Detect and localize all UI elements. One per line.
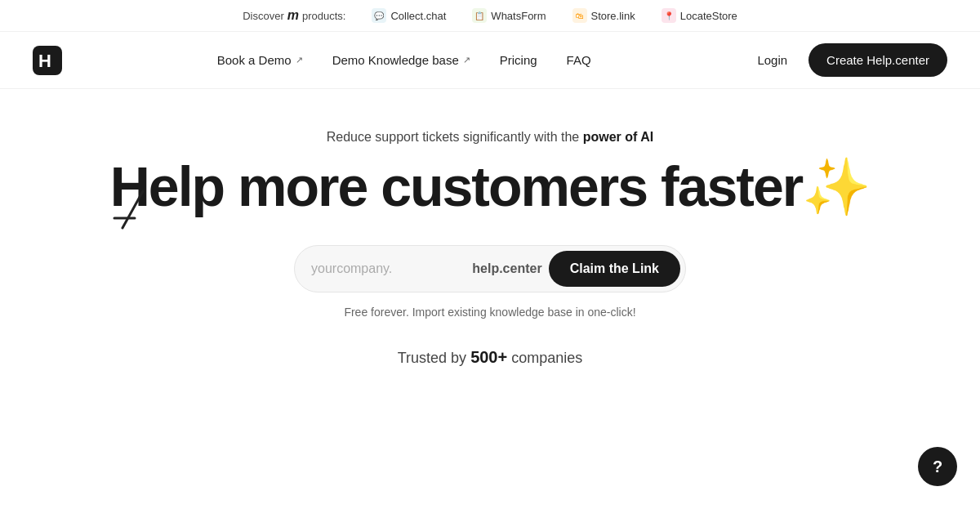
nav-book-demo[interactable]: Book a Demo ↗ bbox=[206, 47, 314, 74]
faq-label: FAQ bbox=[567, 53, 591, 67]
storelink-label: Store.link bbox=[591, 10, 635, 22]
product-whatsform[interactable]: 📋 WhatsForm bbox=[472, 8, 546, 23]
product-locatestore[interactable]: 📍 LocateStore bbox=[662, 8, 737, 23]
hero-subtitle-bold: power of AI bbox=[583, 130, 654, 144]
m-logo: m bbox=[287, 8, 299, 23]
decorative-lines bbox=[106, 187, 155, 236]
hero-note: Free forever. Import existing knowledge … bbox=[344, 306, 635, 319]
locatestore-icon: 📍 bbox=[662, 8, 676, 23]
login-link[interactable]: Login bbox=[746, 47, 799, 74]
trusted-suffix: companies bbox=[511, 350, 582, 366]
trusted-count: 500+ bbox=[470, 348, 507, 366]
nav-faq[interactable]: FAQ bbox=[555, 47, 603, 74]
pricing-label: Pricing bbox=[500, 53, 537, 67]
sparkle-icon: ✨ bbox=[802, 155, 870, 217]
url-input-row: yourcompany. help.center Claim the Link bbox=[294, 245, 686, 292]
trusted-normal: Trusted by bbox=[398, 350, 466, 366]
site-logo[interactable]: H bbox=[33, 46, 62, 75]
url-suffix: help.center bbox=[472, 261, 541, 276]
external-link-icon-demo: ↗ bbox=[296, 55, 303, 65]
hero-subtitle-normal: Reduce support tickets significantly wit… bbox=[327, 130, 579, 144]
nav-right: Login Create Help.center bbox=[746, 43, 947, 77]
claim-link-button[interactable]: Claim the Link bbox=[549, 251, 680, 287]
product-storelink[interactable]: 🛍 Store.link bbox=[572, 8, 635, 23]
company-name-input[interactable] bbox=[392, 261, 472, 276]
locatestore-label: LocateStore bbox=[680, 10, 737, 22]
top-bar: Discover m products: 💬 Collect.chat 📋 Wh… bbox=[0, 0, 980, 32]
collect-label: Collect.chat bbox=[390, 10, 446, 22]
url-prefix: yourcompany. bbox=[311, 261, 392, 276]
whatsform-label: WhatsForm bbox=[491, 10, 546, 22]
whatsform-icon: 📋 bbox=[472, 8, 487, 23]
demo-kb-label: Demo Knowledge base bbox=[332, 53, 459, 67]
trusted-line: Trusted by 500+ companies bbox=[398, 348, 583, 367]
hero-section: Reduce support tickets significantly wit… bbox=[0, 89, 980, 391]
hero-subtitle: Reduce support tickets significantly wit… bbox=[327, 130, 653, 145]
hero-title: Help more customers faster✨ bbox=[110, 158, 870, 216]
help-button[interactable]: ? bbox=[918, 447, 957, 486]
create-helpcenter-button[interactable]: Create Help.center bbox=[808, 43, 947, 77]
discover-text: Discover bbox=[243, 10, 284, 22]
navbar: H Book a Demo ↗ Demo Knowledge base ↗ Pr… bbox=[0, 32, 980, 89]
svg-line-2 bbox=[122, 191, 143, 228]
nav-pricing[interactable]: Pricing bbox=[488, 47, 549, 74]
svg-text:H: H bbox=[38, 51, 51, 71]
storelink-icon: 🛍 bbox=[572, 8, 587, 23]
collect-icon: 💬 bbox=[372, 8, 386, 23]
external-link-icon-kb: ↗ bbox=[463, 55, 470, 65]
book-demo-label: Book a Demo bbox=[217, 53, 292, 67]
products-text: products: bbox=[302, 10, 345, 22]
product-collect[interactable]: 💬 Collect.chat bbox=[372, 8, 446, 23]
discover-label: Discover m products: bbox=[243, 8, 345, 23]
hero-title-text: Help more customers faster bbox=[110, 155, 802, 217]
nav-links: Book a Demo ↗ Demo Knowledge base ↗ Pric… bbox=[206, 47, 603, 74]
nav-demo-kb[interactable]: Demo Knowledge base ↗ bbox=[321, 47, 482, 74]
